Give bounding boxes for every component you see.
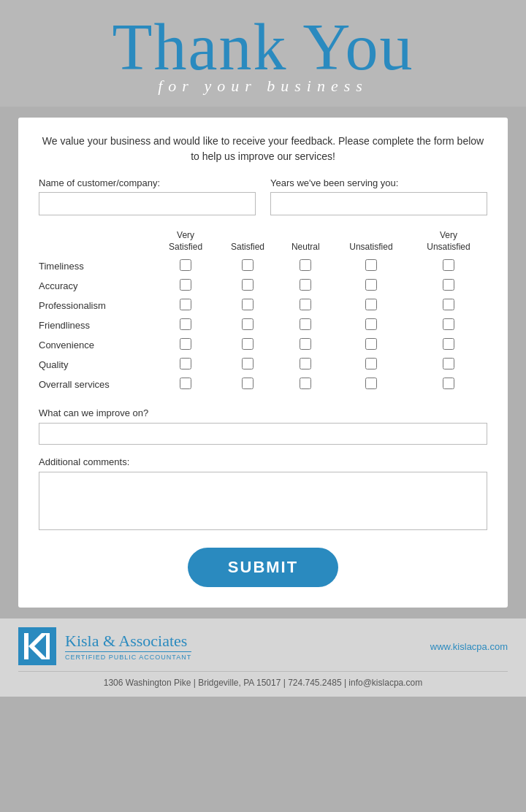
footer-website: www.kislacpa.com — [430, 641, 508, 652]
rating-checkbox-5-0[interactable] — [180, 358, 191, 369]
rating-table: VerySatisfied Satisfied Neutral Unsatisf… — [39, 230, 487, 394]
customer-field-group: Name of customer/company: — [39, 177, 256, 215]
check-cell — [155, 355, 217, 375]
rating-checkbox-0-4[interactable] — [443, 259, 454, 271]
check-cell — [217, 296, 279, 315]
table-row: Quality — [39, 355, 487, 375]
check-cell — [217, 355, 279, 375]
row-label-overrall-services: Overrall services — [39, 375, 155, 394]
rating-checkbox-1-1[interactable] — [242, 279, 254, 291]
col-header-very-satisfied: VerySatisfied — [155, 230, 217, 256]
check-cell — [332, 355, 410, 375]
check-cell — [217, 375, 279, 394]
footer-logo-row: Kisla & Associates Certified Public Acco… — [18, 627, 508, 665]
rating-checkbox-3-2[interactable] — [300, 318, 311, 330]
check-cell — [279, 315, 332, 335]
rating-checkbox-2-0[interactable] — [180, 299, 191, 310]
table-row: Professionalism — [39, 296, 487, 315]
row-label-friendliness: Friendliness — [39, 315, 155, 335]
kisla-logo-icon — [18, 627, 56, 665]
check-cell — [217, 335, 279, 355]
check-cell — [217, 276, 279, 296]
rating-checkbox-3-1[interactable] — [242, 318, 254, 330]
col-header-neutral: Neutral — [279, 230, 332, 256]
col-header-very-unsatisfied: VeryUnsatisfied — [410, 230, 487, 256]
check-cell — [155, 375, 217, 394]
check-cell — [332, 276, 410, 296]
check-cell — [410, 315, 487, 335]
rating-checkbox-2-1[interactable] — [242, 299, 254, 310]
check-cell — [410, 375, 487, 394]
rating-checkbox-1-4[interactable] — [443, 279, 454, 291]
rating-checkbox-3-3[interactable] — [365, 318, 377, 330]
table-row: Convenience — [39, 335, 487, 355]
table-row: Timeliness — [39, 256, 487, 276]
check-cell — [410, 335, 487, 355]
years-field-group: Years we've been serving you: — [270, 177, 487, 215]
submit-button[interactable]: SUBMIT — [188, 548, 338, 587]
rating-checkbox-0-0[interactable] — [180, 259, 191, 271]
check-cell — [155, 276, 217, 296]
years-input[interactable] — [270, 192, 487, 215]
rating-checkbox-2-3[interactable] — [365, 299, 377, 310]
rating-checkbox-4-2[interactable] — [300, 338, 311, 350]
rating-checkbox-3-0[interactable] — [180, 318, 191, 330]
rating-checkbox-4-3[interactable] — [365, 338, 377, 350]
rating-checkbox-0-2[interactable] — [300, 259, 311, 271]
check-cell — [410, 296, 487, 315]
check-cell — [279, 375, 332, 394]
rating-checkbox-5-4[interactable] — [443, 358, 454, 369]
row-label-timeliness: Timeliness — [39, 256, 155, 276]
header: Thank You for your business — [0, 0, 526, 107]
row-label-convenience: Convenience — [39, 335, 155, 355]
rating-checkbox-6-1[interactable] — [242, 378, 254, 389]
svg-rect-1 — [24, 633, 28, 659]
rating-checkbox-0-1[interactable] — [242, 259, 254, 271]
rating-checkbox-4-1[interactable] — [242, 338, 254, 350]
intro-text: We value your business and would like to… — [39, 134, 487, 164]
customer-input[interactable] — [39, 192, 256, 215]
rating-checkbox-6-4[interactable] — [443, 378, 454, 389]
check-cell — [332, 335, 410, 355]
rating-checkbox-4-4[interactable] — [443, 338, 454, 350]
check-cell — [279, 335, 332, 355]
svg-rect-3 — [46, 633, 50, 659]
rating-checkbox-5-1[interactable] — [242, 358, 254, 369]
logo-name: Kisla & Associates — [65, 632, 191, 650]
table-row: Accuracy — [39, 276, 487, 296]
subtitle: for your business — [15, 77, 511, 96]
rating-checkbox-6-3[interactable] — [365, 378, 377, 389]
row-label-quality: Quality — [39, 355, 155, 375]
check-cell — [155, 335, 217, 355]
col-header-empty — [39, 230, 155, 256]
years-label: Years we've been serving you: — [270, 177, 487, 188]
check-cell — [155, 296, 217, 315]
thank-you-title: Thank You — [15, 15, 511, 80]
comments-label: Additional comments: — [39, 456, 487, 467]
rating-checkbox-6-0[interactable] — [180, 378, 191, 389]
rating-checkbox-6-2[interactable] — [300, 378, 311, 389]
rating-checkbox-2-4[interactable] — [443, 299, 454, 310]
check-cell — [332, 296, 410, 315]
check-cell — [410, 276, 487, 296]
rating-checkbox-4-0[interactable] — [180, 338, 191, 350]
rating-checkbox-2-2[interactable] — [300, 299, 311, 310]
rating-checkbox-1-3[interactable] — [365, 279, 377, 291]
rating-checkbox-3-4[interactable] — [443, 318, 454, 330]
check-cell — [279, 276, 332, 296]
check-cell — [410, 355, 487, 375]
footer-address: 1306 Washington Pike | Bridgeville, PA 1… — [18, 671, 508, 688]
rating-checkbox-5-2[interactable] — [300, 358, 311, 369]
check-cell — [279, 296, 332, 315]
row-label-professionalism: Professionalism — [39, 296, 155, 315]
check-cell — [155, 256, 217, 276]
customer-label: Name of customer/company: — [39, 177, 256, 188]
check-cell — [332, 315, 410, 335]
top-fields-row: Name of customer/company: Years we've be… — [39, 177, 487, 215]
rating-checkbox-1-0[interactable] — [180, 279, 191, 291]
rating-checkbox-5-3[interactable] — [365, 358, 377, 369]
rating-checkbox-0-3[interactable] — [365, 259, 377, 271]
rating-checkbox-1-2[interactable] — [300, 279, 311, 291]
comments-textarea[interactable] — [39, 472, 487, 530]
improve-input[interactable] — [39, 423, 487, 445]
